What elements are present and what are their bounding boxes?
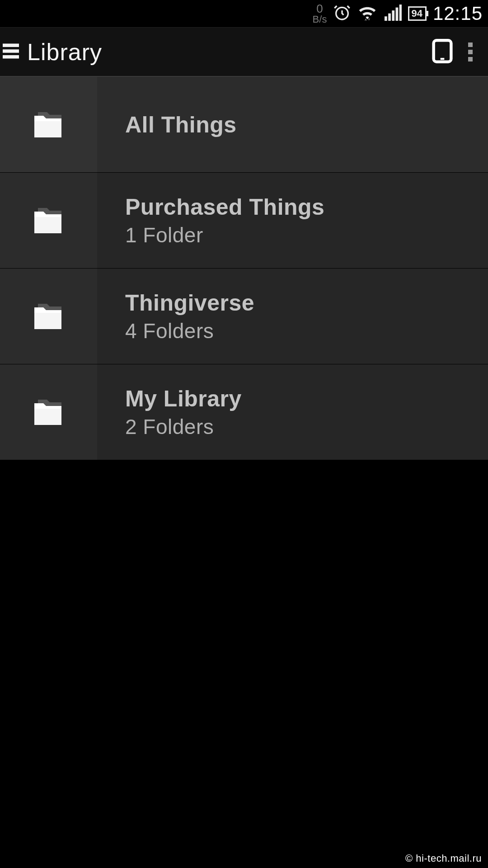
list-item[interactable]: All Things [0, 77, 488, 173]
signal-icon [384, 5, 402, 23]
folder-icon [0, 173, 97, 268]
network-speed-value: 0 [313, 3, 327, 14]
tablet-icon[interactable] [430, 38, 455, 66]
item-title: Purchased Things [125, 194, 324, 220]
svg-rect-7 [3, 49, 19, 53]
svg-rect-8 [3, 55, 19, 59]
list-item[interactable]: My Library 2 Folders [0, 364, 488, 460]
svg-rect-1 [385, 16, 387, 21]
status-clock: 12:15 [433, 3, 483, 24]
network-speed-unit: B/s [313, 14, 327, 24]
folder-icon [0, 364, 97, 460]
network-speed: 0 B/s [313, 3, 327, 24]
item-title: My Library [125, 386, 242, 412]
svg-rect-4 [396, 8, 399, 21]
svg-rect-2 [389, 14, 391, 21]
item-subtitle: 2 Folders [125, 415, 242, 439]
library-list: All Things Purchased Things 1 Folder Thi… [0, 77, 488, 460]
battery-icon: 94 [408, 6, 426, 21]
alarm-icon [333, 4, 351, 24]
svg-rect-5 [399, 5, 402, 21]
overflow-menu-icon[interactable] [463, 37, 478, 67]
wifi-icon [357, 4, 377, 24]
menu-icon[interactable] [3, 43, 19, 61]
app-header: Library [0, 27, 488, 77]
watermark: © hi-tech.mail.ru [405, 853, 482, 864]
svg-rect-3 [392, 10, 395, 21]
list-item[interactable]: Purchased Things 1 Folder [0, 173, 488, 269]
item-title: Thingiverse [125, 290, 254, 316]
item-subtitle: 1 Folder [125, 223, 324, 247]
folder-icon [0, 77, 97, 172]
list-item[interactable]: Thingiverse 4 Folders [0, 269, 488, 364]
item-title: All Things [125, 112, 237, 138]
battery-level: 94 [411, 8, 422, 19]
item-subtitle: 4 Folders [125, 319, 254, 343]
page-title: Library [27, 38, 102, 66]
status-bar: 0 B/s 94 12:15 [0, 0, 488, 27]
svg-rect-6 [3, 43, 19, 47]
folder-icon [0, 269, 97, 364]
